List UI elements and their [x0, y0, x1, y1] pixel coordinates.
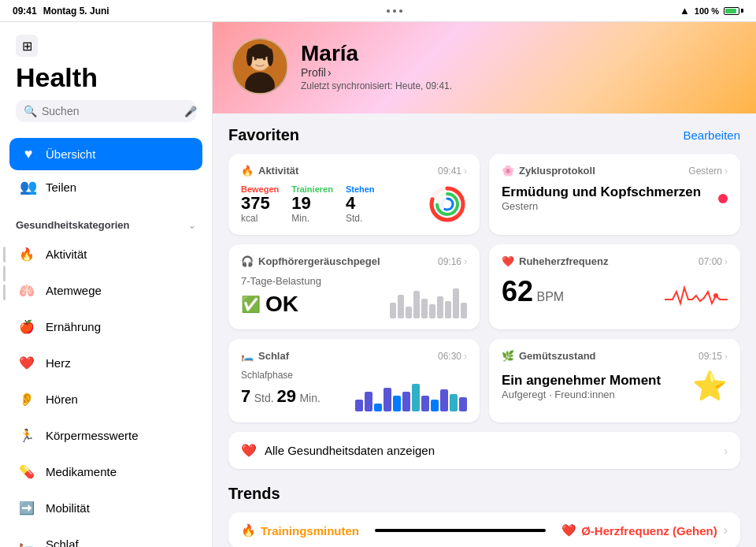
nav-item-share[interactable]: 👥 Teilen — [9, 170, 202, 203]
mood-chevron: › — [724, 351, 728, 362]
status-bar-right: ▲ 100 % — [680, 5, 743, 17]
headphone-content: ✅ OK — [241, 287, 467, 318]
categories-chevron[interactable]: ⌄ — [188, 220, 196, 231]
category-label: Schlaf — [46, 538, 79, 547]
category-heart[interactable]: ❤️ Herz — [0, 344, 212, 381]
sleep-chevron: › — [464, 351, 467, 362]
status-bar-center — [387, 9, 402, 13]
heartrate-card[interactable]: ❤️ Ruheherzfrequenz 07:00 › 62 BPM — [489, 244, 740, 329]
profile-link[interactable]: Profil › — [301, 66, 452, 79]
all-data-chevron: › — [724, 445, 728, 457]
sidebar-toggle-icon[interactable]: ⊞ — [16, 35, 38, 57]
sidebar: ⊞ Health 🔍 🎤 ♥ Übersicht 👥 Teilen Gesund… — [0, 22, 213, 547]
nav-item-overview[interactable]: ♥ Übersicht — [9, 138, 202, 170]
categories-list: 🔥 Aktivität 🫁 Atemwege 🍎 Ernährung ❤️ He… — [0, 236, 212, 547]
all-data-button[interactable]: ❤️ Alle Gesundheitsdaten anzeigen › — [228, 432, 740, 469]
headphone-card[interactable]: 🎧 Kopfhörergeräuschpegel 09:16 › 7-Tage-… — [228, 244, 480, 329]
category-sleep[interactable]: 🛏️ Schlaf — [0, 526, 212, 547]
profile-name: María — [301, 41, 452, 66]
sleep-card-header: 🛏️ Schlaf 06:30 › — [241, 350, 467, 362]
body-icon: 🏃 — [16, 424, 38, 446]
cycle-chevron: › — [724, 166, 728, 177]
svg-point-7 — [246, 48, 253, 66]
mic-icon[interactable]: 🎤 — [184, 106, 197, 117]
heartrate-content: 62 BPM — [502, 275, 728, 308]
activity-card-title: 🔥 Aktivität — [241, 165, 298, 177]
sleep-hours: 7 — [241, 386, 250, 406]
search-icon: 🔍 — [24, 105, 37, 117]
bpm-unit: BPM — [537, 290, 565, 303]
ok-icon: ✅ — [241, 295, 261, 314]
mood-card-header: 🌿 Gemütszustand 09:15 › — [502, 350, 728, 362]
category-label: Körpermesswerte — [46, 429, 139, 442]
category-mobility[interactable]: ➡️ Mobilität — [0, 489, 212, 526]
trends-title: Trends — [228, 485, 280, 503]
category-label: Hören — [46, 393, 78, 406]
category-hearing[interactable]: 👂 Hören — [0, 381, 212, 417]
headphone-chevron: › — [464, 256, 467, 267]
mobility-icon: ➡️ — [16, 497, 38, 519]
sleep-card-time: 06:30 › — [438, 351, 467, 362]
mood-content: Ein angenehmer Moment Aufgeregt · Freund… — [502, 370, 728, 403]
category-nutrition[interactable]: 🍎 Ernährung — [0, 308, 212, 344]
activity-stand: Stehen 4 Std. — [346, 184, 375, 224]
heart-icon: ❤️ — [16, 352, 38, 374]
nutrition-icon: 🍎 — [16, 315, 38, 337]
category-label: Herz — [46, 356, 71, 370]
sidebar-icons-row: ⊞ — [16, 35, 196, 57]
category-label: Medikamente — [46, 465, 117, 478]
heartrate-card-time: 07:00 › — [699, 256, 728, 267]
mood-title: Ein angenehmer Moment — [502, 373, 661, 389]
noise-bars — [390, 287, 467, 318]
content-body: Favoriten Bearbeiten 🔥 Aktivität 09:41 › — [213, 113, 756, 547]
profile-info: María Profil › Zuletzt synchronisiert: H… — [301, 41, 452, 91]
activity-card-time: 09:41 › — [438, 166, 467, 177]
trends-header: Trends — [228, 485, 740, 503]
sleep-card[interactable]: 🛏️ Schlaf 06:30 › Schlafphase 7 Std. — [228, 339, 480, 422]
activity-card[interactable]: 🔥 Aktivität 09:41 › Bewegen 375 kcal — [228, 154, 480, 235]
heartrate-chart — [665, 276, 728, 307]
category-airway[interactable]: 🫁 Atemwege — [0, 272, 212, 308]
sleep-minutes-unit: Min. — [299, 392, 320, 404]
trends-chevron: › — [724, 523, 728, 538]
sleep-phase-label: Schlafphase — [241, 370, 467, 381]
sleep-content: 7 Std. 29 Min. — [241, 381, 467, 411]
headphone-ok: ✅ OK — [241, 292, 298, 317]
category-label: Mobilität — [46, 501, 90, 515]
trend-training-label: 🔥 Trainingsminuten — [241, 523, 359, 538]
bpm-value: 62 — [502, 275, 533, 307]
nav-label-overview: Übersicht — [46, 147, 95, 161]
cycle-card[interactable]: 🌸 Zyklusprotokoll Gestern › Ermüdung und… — [489, 154, 740, 235]
category-activity[interactable]: 🔥 Aktivität — [0, 236, 212, 272]
search-input[interactable] — [42, 105, 180, 117]
avatar — [232, 38, 288, 95]
favorites-title: Favoriten — [228, 126, 299, 144]
mood-card[interactable]: 🌿 Gemütszustand 09:15 › Ein angenehmer M… — [489, 339, 740, 422]
headphone-sublabel: 7-Tage-Belastung — [241, 275, 467, 287]
sleep-card-title: 🛏️ Schlaf — [241, 350, 289, 362]
category-body[interactable]: 🏃 Körpermesswerte — [0, 417, 212, 453]
wifi-icon: ▲ — [680, 5, 690, 17]
cycle-card-title: 🌸 Zyklusprotokoll — [502, 165, 595, 177]
activity-icon: 🔥 — [16, 243, 38, 265]
headphone-icon: 🎧 — [241, 255, 254, 267]
meds-icon: 💊 — [16, 460, 38, 482]
cycle-symptom-title: Ermüdung und Kopfschmerzen — [502, 184, 701, 200]
mood-subtitle: Aufgeregt · Freund:innen — [502, 389, 661, 400]
app-container: ⊞ Health 🔍 🎤 ♥ Übersicht 👥 Teilen Gesund… — [0, 22, 756, 547]
airway-icon: 🫁 — [16, 279, 38, 301]
trend-training-icon: 🔥 — [241, 523, 256, 538]
activity-chevron: › — [464, 166, 467, 177]
cycle-card-time: Gestern › — [688, 166, 728, 177]
search-bar[interactable]: 🔍 🎤 — [16, 100, 196, 122]
category-meds[interactable]: 💊 Medikamente — [0, 453, 212, 489]
trend-item[interactable]: 🔥 Trainingsminuten ❤️ Ø-Herzfrequenz (Ge… — [228, 512, 740, 547]
edit-button[interactable]: Bearbeiten — [683, 128, 740, 142]
sleep-hours-unit: Std. — [254, 392, 277, 404]
sidebar-nav: ♥ Übersicht 👥 Teilen — [0, 132, 212, 210]
status-bar: 09:41 Montag 5. Juni ▲ 100 % — [0, 0, 756, 22]
headphone-card-title: 🎧 Kopfhörergeräuschpegel — [241, 255, 380, 267]
status-date: Montag 5. Juni — [43, 6, 109, 17]
overview-icon: ♥ — [19, 146, 38, 162]
activity-stats: Bewegen 375 kcal Trainieren 19 Min. Steh… — [241, 184, 467, 224]
